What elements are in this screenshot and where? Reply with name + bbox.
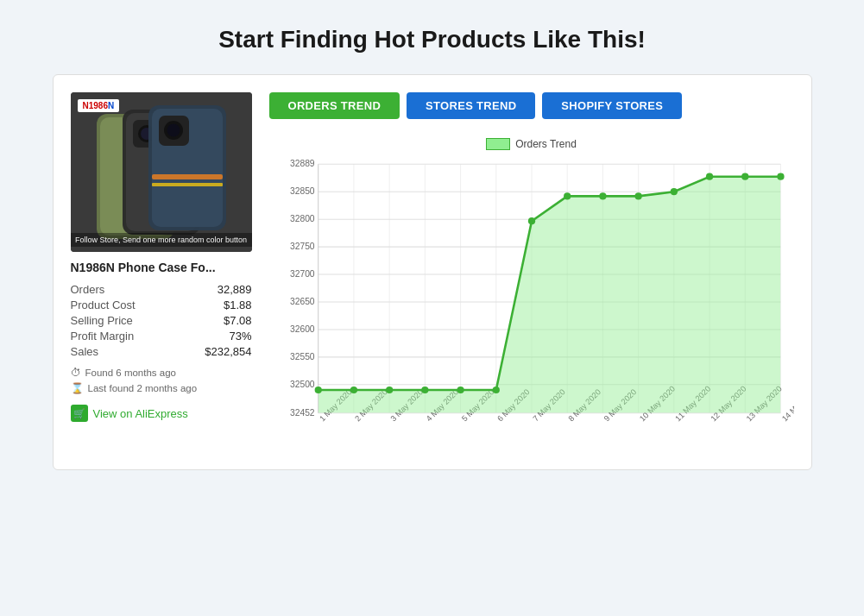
aliexpress-cart-icon: 🛒 (71, 405, 88, 422)
chart-dot (741, 173, 748, 180)
chart-dot (386, 387, 393, 393)
chart-dot (492, 387, 499, 393)
brand-n2: N (108, 101, 114, 110)
svg-text:32500: 32500 (289, 380, 314, 389)
view-link-label: View on AliExpress (93, 407, 188, 420)
orders-label: Orders (71, 283, 105, 296)
tab-stores-trend[interactable]: STORES TREND (407, 92, 535, 119)
orders-value: 32,889 (218, 283, 252, 296)
tab-bar: ORDERS TREND STORES TREND SHOPIFY STORES (269, 92, 794, 119)
svg-text:32850: 32850 (289, 186, 314, 196)
product-stats: Orders 32,889 Product Cost $1.88 Selling… (71, 283, 252, 358)
image-caption: Follow Store, Send one more random color… (71, 233, 252, 247)
product-image-svg (71, 92, 252, 252)
svg-text:32452: 32452 (289, 408, 314, 418)
stat-margin: Profit Margin 73% (71, 330, 252, 343)
found-label: Found 6 months ago (85, 368, 177, 378)
product-card: N1986N Follow Store, Send one more rando… (53, 74, 812, 470)
legend-label: Orders Trend (515, 138, 577, 150)
meta-last-found: ⌛ Last found 2 months ago (71, 382, 252, 394)
sales-value: $232,854 (205, 345, 251, 358)
price-label: Selling Price (71, 314, 133, 327)
cost-label: Product Cost (71, 299, 136, 311)
view-aliexpress-link[interactable]: 🛒 View on AliExpress (71, 405, 252, 422)
chart-container: Orders Trend (269, 129, 794, 452)
svg-point-12 (167, 124, 180, 137)
stat-price: Selling Price $7.08 (71, 314, 252, 327)
chart-dot (777, 173, 784, 180)
margin-value: 73% (229, 330, 251, 343)
legend-swatch (486, 138, 510, 150)
clock-icon: ⏱ (71, 367, 81, 379)
cost-value: $1.88 (224, 299, 252, 311)
brand-n: N (83, 101, 89, 110)
right-panel: ORDERS TREND STORES TREND SHOPIFY STORES… (269, 92, 794, 452)
svg-rect-14 (152, 183, 223, 186)
margin-label: Profit Margin (71, 330, 135, 343)
meta-found: ⏱ Found 6 months ago (71, 367, 252, 379)
brand-1986: 1986 (89, 101, 108, 110)
svg-text:32889: 32889 (289, 159, 314, 168)
brand-badge: N1986N (78, 99, 120, 112)
last-found-label: Last found 2 months ago (88, 383, 198, 393)
hourglass-icon: ⌛ (71, 382, 84, 394)
chart-area-fill (318, 177, 780, 413)
price-value: $7.08 (224, 314, 252, 327)
chart-dot (705, 173, 712, 180)
svg-text:32600: 32600 (289, 324, 314, 334)
tab-shopify-stores[interactable]: SHOPIFY STORES (542, 92, 682, 119)
stat-cost: Product Cost $1.88 (71, 299, 252, 311)
chart-dot (670, 188, 677, 195)
svg-text:32650: 32650 (289, 297, 314, 306)
chart-legend: Orders Trend (269, 138, 794, 150)
chart-dot (564, 192, 571, 199)
chart-dot (527, 217, 534, 224)
svg-text:32800: 32800 (289, 214, 314, 223)
chart-dot (421, 387, 428, 393)
chart-dot (350, 387, 356, 393)
orders-trend-chart: 32889 32850 32800 32750 32700 32650 3260… (269, 155, 794, 449)
page-title: Start Finding Hot Products Like This! (218, 26, 646, 53)
chart-dot (314, 387, 321, 393)
left-panel: N1986N Follow Store, Send one more rando… (71, 92, 252, 452)
chart-dot (599, 192, 606, 199)
product-image: N1986N Follow Store, Send one more rando… (71, 92, 252, 252)
product-title: N1986N Phone Case Fo... (71, 261, 252, 274)
svg-text:32700: 32700 (289, 269, 314, 279)
stat-sales: Sales $232,854 (71, 345, 252, 358)
tab-orders-trend[interactable]: ORDERS TREND (269, 92, 400, 119)
chart-dot (634, 192, 641, 199)
sales-label: Sales (71, 345, 99, 358)
chart-dot (457, 387, 464, 393)
meta-info: ⏱ Found 6 months ago ⌛ Last found 2 mont… (71, 367, 252, 394)
stat-orders: Orders 32,889 (71, 283, 252, 296)
svg-text:32550: 32550 (289, 352, 314, 361)
svg-rect-13 (152, 174, 223, 179)
svg-text:32750: 32750 (289, 242, 314, 251)
